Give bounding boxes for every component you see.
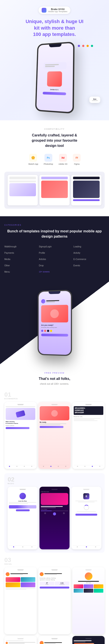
profile-1-stat-2 <box>6 589 26 590</box>
section-02-label: Music <box>8 482 14 484</box>
dark-notch <box>85 638 91 639</box>
music-next-btn[interactable] <box>63 512 65 514</box>
cat-articles: Articles <box>39 257 70 261</box>
shoe-status-bar <box>6 406 35 407</box>
compatibility-section: COMPATIBILITY Carefully crafted, layered… <box>0 120 109 216</box>
section-03-header: 03 Social <box>4 557 105 565</box>
profile-1-stat-1 <box>6 588 35 588</box>
love-flow-title: Love the flow. <box>9 500 36 502</box>
tool-adobe: Xd Adobe XD <box>58 154 67 165</box>
pd-username <box>44 643 56 644</box>
lb-nav-3 <box>95 546 96 548</box>
section-01-number: 01 <box>4 391 11 398</box>
adobe-label: Adobe XD <box>58 163 67 165</box>
profile-2-inner: Extremely ordinary. Nothingspecial or un… <box>38 567 71 634</box>
cherry-nav-1 <box>43 466 44 467</box>
screen-typography-inner: BRAKEBRAKEBRAKEBRAKEBR Break the rules. <box>72 402 105 469</box>
tool-figma: Ff Figma <box>73 154 81 165</box>
cat-payments: Payments <box>4 251 36 255</box>
color-swatch-gold[interactable] <box>50 330 52 332</box>
music-prev-btn[interactable] <box>44 512 46 514</box>
phone-screen-content <box>43 62 67 70</box>
showcase-header <box>41 299 68 304</box>
ds-img-3 <box>73 180 100 198</box>
figma-icon: Ff <box>73 154 81 162</box>
showcase-product-circle <box>50 310 59 318</box>
sketch-label: Sketch App <box>28 163 38 165</box>
activity-photo-3 <box>94 584 103 588</box>
cherry-btn <box>40 426 63 428</box>
music-track-name: Cherry Music <box>41 509 68 510</box>
showcase-product-desc: Exclusive drop coming soon <box>41 327 68 328</box>
ds-header-2 <box>41 177 68 179</box>
profile-2-notch <box>51 569 58 570</box>
categories-grid: Walkthrough Signup/Login Loading Payment… <box>4 244 105 274</box>
section-01: 01 eCommerce Make amazingE-Commerce Stor… <box>4 390 105 469</box>
feed-avatar-1 <box>6 642 8 644</box>
color-swatch-purple[interactable] <box>41 330 43 332</box>
nav-dot-1 <box>9 466 10 467</box>
typo-nav-2 <box>84 466 85 467</box>
color-swatch-red[interactable] <box>44 330 46 332</box>
showcase-screen: Are you ready? Exclusive drop coming soo… <box>39 291 71 355</box>
dark-photo-stack <box>74 643 103 644</box>
photoshop-label: Photoshop <box>44 163 53 165</box>
shoe-btn <box>6 427 29 429</box>
floating-card: New Collection <box>89 96 100 103</box>
hero-phone: Jordan AJ 1 <box>35 42 75 114</box>
profile-1-sub <box>11 574 23 575</box>
screen-profile-detail <box>38 636 71 644</box>
screen-profile-1 <box>4 567 37 634</box>
loading-b-line-3 <box>77 511 96 512</box>
feed-line-1a <box>9 642 35 643</box>
typo-nav-4 <box>99 466 100 467</box>
photo-3 <box>6 582 20 587</box>
music-play-btn[interactable] <box>53 512 56 516</box>
cat-other: Other <box>4 264 36 268</box>
cat-ecommerce: E-Commerce <box>73 257 105 261</box>
typo-line-3 <box>74 420 97 421</box>
profile-2-bio: Extremely ordinary. Nothingspecial or un… <box>40 577 69 581</box>
figma-label: Figma <box>74 163 80 165</box>
cherry-nav-4 <box>65 466 66 467</box>
color-dots <box>77 44 94 48</box>
activity-photo-2 <box>84 584 93 588</box>
tool-photoshop: Ps Photoshop <box>44 154 53 165</box>
feed-item-1 <box>6 642 35 644</box>
ds-img-2 <box>41 180 68 198</box>
profile-1-name <box>11 573 28 574</box>
logo-icon <box>42 8 46 12</box>
nav-dot-2 <box>16 466 18 467</box>
shoe-title: Make amazingE-Commerce Stores <box>6 421 35 424</box>
screen-dark-photos <box>72 636 105 644</box>
dark-photo-main <box>74 643 94 644</box>
section-03-number-block: 03 Social <box>4 557 12 565</box>
lf-nav-2 <box>22 546 23 548</box>
profile-2-sub <box>44 574 57 575</box>
section-03-screens-row2 <box>4 636 105 644</box>
screen-cherry-inner: Be ready. <box>38 402 71 469</box>
activity-photo-5 <box>84 589 93 593</box>
logo-badge: Brake UI Kit Mobile App Templates <box>39 6 70 14</box>
stat-posts-num: 47 <box>40 582 54 584</box>
stat-posts: 47 Posts <box>40 582 54 586</box>
screen-profile-2: Extremely ordinary. Nothingspecial or un… <box>38 567 71 634</box>
lf-nav-1 <box>13 546 14 548</box>
loading-b-line-2 <box>78 502 95 502</box>
section-03-screens-row1: Extremely ordinary. Nothingspecial or un… <box>4 567 105 634</box>
cherry-line-1 <box>40 424 66 424</box>
cat-walkthrough: Walkthrough <box>4 244 36 249</box>
love-flow-line-1 <box>9 502 36 503</box>
showcase-content: Are you ready? Exclusive drop coming soo… <box>41 299 68 336</box>
showcase-buy-btn[interactable] <box>41 334 68 336</box>
profile-1-name-block <box>11 573 35 575</box>
color-swatch-dark[interactable] <box>47 330 49 332</box>
profile-2-follow-btn[interactable] <box>40 586 69 588</box>
profile-2-header <box>40 572 69 576</box>
profile-1-inner <box>4 567 37 634</box>
showcase-avatar <box>41 299 45 304</box>
ds-img-1 <box>9 183 36 196</box>
cat-events: Events <box>73 264 105 268</box>
typo-line-1 <box>74 418 100 419</box>
loading-spinner <box>84 505 89 510</box>
